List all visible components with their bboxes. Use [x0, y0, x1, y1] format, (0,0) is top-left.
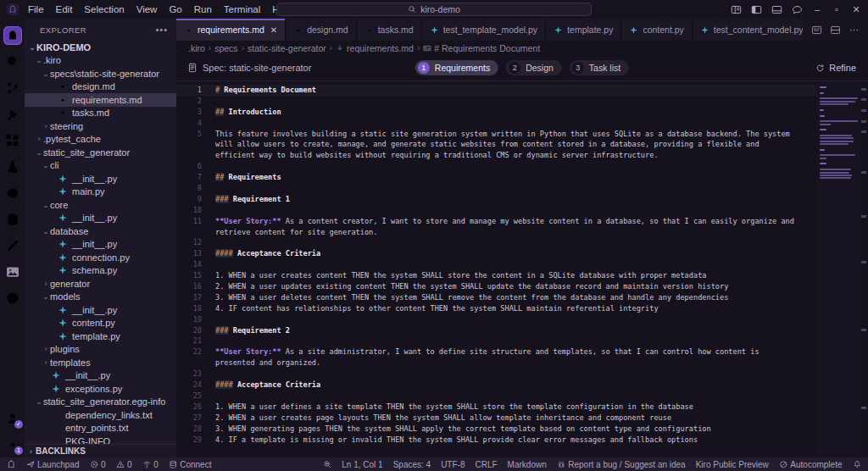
spec-step-requirements[interactable]: 1Requirements: [415, 60, 498, 75]
status-ln-1-col-1[interactable]: Ln 1, Col 1: [342, 460, 382, 469]
status-connect[interactable]: Connect: [169, 460, 212, 469]
activity-extensions-icon[interactable]: [0, 127, 25, 153]
tab-content.py[interactable]: content.py: [621, 19, 692, 41]
tab-template.py[interactable]: template.py: [546, 19, 621, 41]
spec-step-design[interactable]: 2Design: [506, 60, 562, 75]
explorer-more-actions[interactable]: •••: [155, 25, 168, 35]
status-0[interactable]: 0: [116, 460, 132, 469]
overview-ruler[interactable]: [860, 81, 868, 457]
menu-selection[interactable]: Selection: [78, 0, 130, 19]
menu-file[interactable]: File: [22, 0, 50, 19]
status-ghost[interactable]: [7, 460, 16, 469]
menu-edit[interactable]: Edit: [50, 0, 79, 19]
tree-folder[interactable]: ⌄core: [25, 198, 176, 212]
tree-folder[interactable]: ›templates: [25, 356, 176, 369]
toggle-panel-icon[interactable]: [771, 4, 782, 15]
activity-account-icon[interactable]: ✓: [0, 405, 25, 431]
breadcrumb-item[interactable]: requirements.md: [336, 43, 414, 53]
status-bell[interactable]: [853, 460, 862, 469]
tree-file[interactable]: schema.py: [25, 264, 176, 278]
chat-bubble-icon[interactable]: [792, 4, 803, 15]
activity-source-control-icon[interactable]: [0, 75, 25, 101]
status-crlf[interactable]: CRLF: [475, 460, 497, 469]
breadcrumb-item[interactable]: # Requirements Document: [423, 43, 540, 53]
tree-file[interactable]: PKG-INFO: [25, 435, 176, 444]
command-center-search[interactable]: kiro-demo: [276, 3, 592, 16]
tree-file[interactable]: __init__.py: [25, 238, 176, 252]
tree-folder[interactable]: ⌄specs\static-site-generator: [25, 67, 176, 80]
tree-folder[interactable]: ›.pytest_cache: [25, 133, 176, 147]
breadcrumb-item[interactable]: .kiro: [188, 43, 205, 53]
tree-file[interactable]: dependency_links.txt: [25, 408, 176, 422]
menu-run[interactable]: Run: [188, 0, 218, 19]
activity-testing-icon[interactable]: [0, 153, 25, 180]
activity-agent-icon[interactable]: [0, 180, 25, 206]
tree-folder[interactable]: ⌄static_site_generator.egg-info: [25, 396, 176, 409]
layout-icon[interactable]: [811, 25, 822, 36]
tree-folder[interactable]: ⌄.kiro: [25, 54, 176, 68]
breadcrumb-item[interactable]: static-site-generator: [248, 43, 326, 53]
status-launchpad[interactable]: Launchpad: [26, 460, 80, 469]
tree-file[interactable]: __init__.py: [25, 172, 176, 186]
backlinks-section[interactable]: › BACKLINKS: [25, 444, 176, 457]
status-zoom-in[interactable]: [323, 460, 332, 469]
status-spaces-4[interactable]: Spaces: 4: [393, 460, 431, 469]
tree-folder[interactable]: ⌄cli: [25, 159, 176, 173]
more-icon[interactable]: [849, 25, 860, 36]
activity-kiro-icon[interactable]: [0, 22, 25, 48]
menu-view[interactable]: View: [131, 0, 164, 19]
tree-file[interactable]: template.py: [25, 330, 176, 343]
tree-folder[interactable]: ⌄database: [25, 224, 176, 238]
tree-file[interactable]: entry_points.txt: [25, 422, 176, 435]
activity-run-debug-icon[interactable]: [0, 101, 25, 127]
tab-test_content_model.py[interactable]: test_content_model.py: [693, 19, 803, 41]
tree-file[interactable]: __init__.py: [25, 303, 176, 317]
menu-terminal[interactable]: Terminal: [218, 0, 266, 19]
tree-root-kiro-demo[interactable]: ⌄KIRO-DEMO: [25, 41, 176, 54]
activity-search-icon[interactable]: [0, 48, 25, 75]
tree-file[interactable]: tasks.md: [25, 107, 176, 120]
tab-tasks.md[interactable]: tasks.md: [357, 19, 422, 41]
tab-requirements.md[interactable]: requirements.md✕: [176, 19, 286, 41]
activity-database-icon[interactable]: [0, 206, 25, 232]
menu-go[interactable]: Go: [163, 0, 187, 19]
tree-folder[interactable]: ⌄static_site_generator: [25, 146, 176, 159]
tab-test_template_model.py[interactable]: test_template_model.py: [422, 19, 546, 41]
spec-step-task-list[interactable]: 3Task list: [570, 60, 629, 75]
status-kiro-public-preview[interactable]: Kiro Public Preview: [696, 460, 769, 469]
activity-pen-icon[interactable]: [0, 232, 25, 258]
restore-button[interactable]: ▫: [832, 4, 842, 14]
tree-folder[interactable]: ›steering: [25, 119, 176, 133]
status-0[interactable]: 0: [90, 460, 106, 469]
tab-design.md[interactable]: design.md: [286, 19, 356, 41]
tree-file[interactable]: content.py: [25, 317, 176, 330]
code-editor[interactable]: 1# Requirements Document23## Introductio…: [176, 81, 868, 457]
status-markdown[interactable]: Markdown: [508, 460, 547, 469]
status-autocomplete[interactable]: Autocomplete: [779, 460, 843, 469]
tree-folder[interactable]: ›generator: [25, 277, 176, 291]
activity-history-icon[interactable]: [0, 285, 25, 311]
customize-layout-icon[interactable]: [731, 4, 742, 15]
toggle-sidebar-icon[interactable]: [751, 4, 762, 15]
tree-file[interactable]: design.md: [25, 80, 176, 94]
breadcrumb-item[interactable]: specs: [214, 43, 237, 53]
tree-folder[interactable]: ⌄models: [25, 291, 176, 304]
tree-file[interactable]: __init__.py: [25, 212, 176, 225]
close-button[interactable]: ✕: [851, 4, 861, 15]
minimap[interactable]: [817, 81, 860, 457]
tree-file[interactable]: connection.py: [25, 251, 176, 264]
activity-settings-icon[interactable]: 1: [0, 431, 25, 457]
split-editor-icon[interactable]: [830, 25, 841, 36]
tab-close-icon[interactable]: ✕: [270, 25, 277, 35]
tree-file[interactable]: exceptions.py: [25, 382, 176, 396]
status-report-a-bug-suggest-an-idea[interactable]: Report a bug / Suggest an idea: [557, 460, 686, 469]
refine-button[interactable]: Refine: [815, 63, 856, 73]
tree-folder[interactable]: ›plugins: [25, 343, 176, 357]
minimize-button[interactable]: –: [812, 4, 822, 14]
tree-file[interactable]: requirements.md: [25, 93, 176, 107]
tree-file[interactable]: __init__.py: [25, 369, 176, 383]
status-utf-8[interactable]: UTF-8: [441, 460, 465, 469]
status-0[interactable]: 0: [142, 460, 159, 469]
activity-image-icon[interactable]: [0, 258, 25, 285]
tree-file[interactable]: main.py: [25, 186, 176, 199]
